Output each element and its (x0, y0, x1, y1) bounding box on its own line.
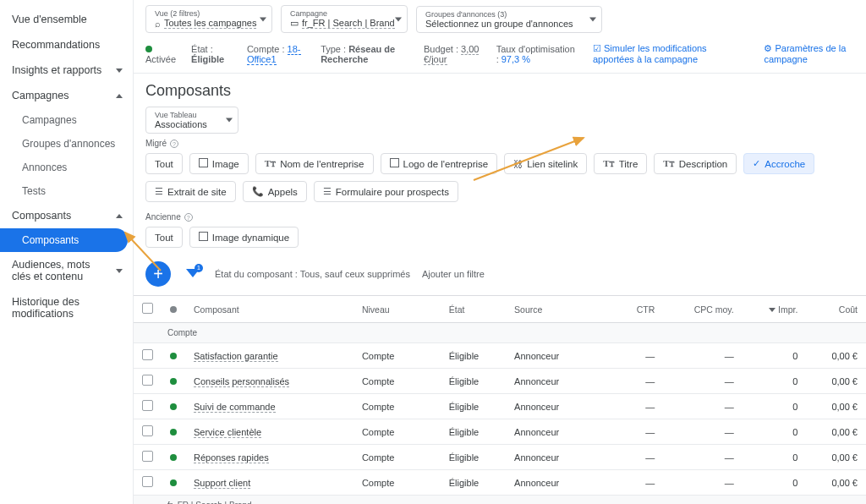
section-ancienne: Ancienne? (145, 212, 866, 222)
sidebar-item-history[interactable]: Historique des modifications (0, 289, 133, 326)
optimization-rate[interactable]: 97,3 % (502, 54, 530, 64)
img-icon (390, 158, 399, 169)
sidebar-sub-tests[interactable]: Tests (0, 179, 133, 203)
col-cpc[interactable]: CPC moy. (663, 296, 742, 323)
chip-image[interactable]: Image (189, 153, 249, 174)
caret-down-icon (226, 118, 233, 123)
main-content: Vue (2 filtres) ⌕ Toutes les campagnes C… (134, 0, 866, 504)
component-link[interactable]: Service clientèle (194, 427, 261, 438)
list-icon: ☰ (155, 186, 163, 197)
row-checkbox[interactable] (142, 349, 153, 360)
component-link[interactable]: Suivi de commande (194, 402, 276, 413)
status-dot-icon (170, 454, 177, 461)
row-checkbox[interactable] (142, 375, 153, 386)
sidebar-sub-ads[interactable]: Annonces (0, 156, 133, 179)
chip-description[interactable]: TᴛDescription (654, 153, 737, 174)
chip-row-ancienne: ToutImage dynamique (134, 222, 866, 253)
col-source[interactable]: Source (506, 296, 592, 323)
chip-formulaire-pour-prospects[interactable]: ☰Formulaire pour prospects (314, 181, 458, 202)
tt-icon: Tᴛ (603, 158, 614, 169)
status-dot-icon (170, 378, 177, 385)
table-view-select[interactable]: Vue Tableau Associations (145, 107, 238, 134)
chip-appels[interactable]: 📞Appels (243, 181, 307, 202)
sidebar-item-campaigns[interactable]: Campagnes (0, 83, 133, 108)
section-migre: Migré? (145, 139, 866, 148)
add-button[interactable]: + (145, 261, 171, 287)
row-checkbox[interactable] (142, 476, 153, 487)
simulate-link[interactable]: ☑ Simuler les modifications apportées à … (593, 43, 749, 64)
sidebar-item-components[interactable]: Composants (0, 203, 133, 228)
img-icon (199, 232, 208, 243)
sort-desc-icon (769, 308, 776, 312)
chip-tout[interactable]: Tout (145, 153, 183, 174)
status-dot-icon (170, 479, 177, 486)
chip-tout[interactable]: Tout (145, 227, 183, 248)
phone-icon: 📞 (252, 186, 264, 197)
sidebar-item-insights[interactable]: Insights et rapports (0, 58, 133, 83)
status-active: Activée (145, 44, 176, 64)
sidebar-item-overview[interactable]: Vue d'ensemble (0, 7, 133, 32)
caret-down-icon (395, 17, 402, 21)
chip-titre[interactable]: TᴛTitre (594, 153, 647, 174)
component-link[interactable]: Support client (194, 478, 250, 489)
settings-link[interactable]: ⚙ Paramètres de la campagne (764, 43, 854, 64)
row-checkbox[interactable] (142, 451, 153, 462)
status-dot-icon (170, 429, 177, 436)
status-dot-icon (170, 353, 177, 359)
filter-view[interactable]: Vue (2 filtres) ⌕ Toutes les campagnes (145, 5, 272, 33)
chip-lien-sitelink[interactable]: ⛓Lien sitelink (504, 153, 587, 174)
col-etat[interactable]: État (441, 296, 506, 323)
table-row: Suivi de commandeCompteÉligibleAnnonceur… (134, 394, 866, 419)
col-impr[interactable]: Impr. (743, 296, 807, 323)
checkbox-all[interactable] (142, 303, 153, 314)
sidebar-sub-campaigns[interactable]: Campagnes (0, 108, 133, 132)
chip-logo-de-l-entreprise[interactable]: Logo de l'entreprise (381, 153, 498, 174)
chevron-down-icon (116, 269, 123, 273)
status-dot-header-icon (170, 306, 177, 313)
chevron-up-icon (116, 214, 123, 218)
status-dot-icon (145, 46, 152, 52)
help-icon[interactable]: ? (170, 140, 178, 148)
caret-down-icon (589, 17, 596, 21)
filter-status-text: État du composant : Tous, sauf ceux supp… (215, 269, 410, 279)
filter-bar: Vue (2 filtres) ⌕ Toutes les campagnes C… (134, 0, 866, 38)
filter-icon[interactable]: 1 (183, 264, 203, 284)
filter-campaign[interactable]: Campagne ▭ fr_FR | Search | Brand (281, 5, 408, 33)
col-niveau[interactable]: Niveau (354, 296, 441, 323)
chevron-down-icon (116, 68, 123, 73)
components-table: Composant Niveau État Source CTR CPC moy… (134, 295, 866, 504)
link-icon: ⛓ (513, 159, 523, 169)
filter-adgroup[interactable]: Groupes d'annonces (3) Sélectionnez un g… (416, 6, 602, 33)
row-checkbox[interactable] (142, 425, 153, 436)
chip-accroche[interactable]: ✓Accroche (743, 153, 814, 174)
col-ctr[interactable]: CTR (592, 296, 663, 323)
group-row: Compte (134, 323, 866, 343)
tt-icon: Tᴛ (663, 158, 674, 169)
help-icon[interactable]: ? (184, 213, 193, 222)
chip-row-migre: ToutImageTᴛNom de l'entrepriseLogo de l'… (134, 148, 866, 207)
chip-image-dynamique[interactable]: Image dynamique (189, 227, 299, 248)
caret-down-icon (260, 17, 266, 21)
status-bar: Activée État : Éligible Compte : 18-Offi… (134, 38, 866, 74)
add-filter-link[interactable]: Ajouter un filtre (422, 269, 485, 279)
row-checkbox[interactable] (142, 400, 153, 411)
img-icon (199, 158, 208, 169)
tt-icon: Tᴛ (265, 158, 276, 169)
check-icon: ✓ (753, 158, 760, 169)
col-cout[interactable]: Coût (806, 296, 866, 323)
action-bar: + 1 État du composant : Tous, sauf ceux … (134, 253, 866, 295)
page-title: Composants (134, 74, 866, 107)
component-link[interactable]: Conseils personnalisés (194, 376, 289, 387)
sidebar-item-recommendations[interactable]: Recommandations (0, 32, 133, 58)
col-composant[interactable]: Composant (185, 296, 354, 323)
component-link[interactable]: Satisfaction garantie (194, 351, 278, 362)
component-link[interactable]: Réponses rapides (194, 452, 269, 463)
sidebar-sub-adgroups[interactable]: Groupes d'annonces (0, 132, 133, 156)
chevron-up-icon (116, 94, 123, 98)
table-row: Réponses rapidesCompteÉligibleAnnonceur—… (134, 445, 866, 470)
sidebar-item-audiences[interactable]: Audiences, mots clés et contenu (0, 252, 133, 289)
group-row: fr_FR | Search | Brand (134, 496, 866, 505)
chip-nom-de-l-entreprise[interactable]: TᴛNom de l'entreprise (255, 153, 374, 174)
chip-extrait-de-site[interactable]: ☰Extrait de site (145, 181, 236, 202)
sidebar-sub-components[interactable]: Composants (0, 228, 128, 252)
